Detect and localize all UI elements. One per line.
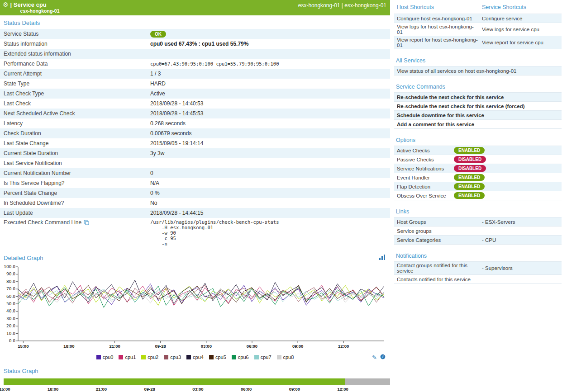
status-row: Executed Check Command Line/usr/lib/nagi… (0, 218, 390, 250)
row-label: Current Attempt (0, 71, 150, 77)
command-line-text: /usr/lib/nagios/plugins/check-bench-cpu-… (150, 219, 390, 246)
svg-text:09:00: 09:00 (292, 344, 303, 349)
service-shortcut-link[interactable]: View report for service cpu (479, 39, 562, 46)
service-commands-heading: Service Commands (394, 84, 445, 90)
legend-label: cpu8 (283, 354, 294, 360)
pencil-icon[interactable]: ✎ (372, 354, 377, 361)
row-label: Last Check (0, 100, 150, 107)
link-value: - ESX-Servers (479, 218, 562, 226)
svg-text:09-28: 09-28 (155, 344, 166, 349)
svg-text:21:00: 21:00 (109, 344, 120, 349)
status-row: Percent State Change0 % (0, 188, 390, 198)
link-label[interactable]: Service groups (394, 227, 479, 235)
legend-item: cpu1 (119, 354, 136, 360)
link-row: Contacts notified for this service (394, 275, 562, 284)
row-value: 0 % (150, 190, 390, 196)
svg-text:50.0: 50.0 (6, 302, 15, 306)
option-label[interactable]: Event Handler (394, 175, 454, 180)
option-label[interactable]: Flap Detection (394, 184, 454, 189)
legend-swatch (254, 355, 259, 359)
row-label: Check Duration (0, 130, 150, 137)
legend-swatch (277, 355, 281, 359)
gear-icon[interactable]: ⚙ (3, 1, 9, 15)
row-label: Next Scheduled Active Check (0, 110, 150, 117)
status-row: Latency0.268 seconds (0, 118, 390, 128)
status-row: Last Service Notification (0, 158, 390, 168)
host-subtitle: esx-hongkong-01 (20, 8, 60, 14)
all-services-heading: All Services (394, 57, 425, 64)
legend-label: cpu4 (193, 354, 204, 360)
bar-chart-icon[interactable] (379, 255, 386, 261)
notifications-heading: Notifications (394, 253, 427, 259)
notification-value: - Supervisors (479, 264, 562, 272)
status-axis-label: 21:00 (96, 387, 107, 392)
svg-text:40.0: 40.0 (6, 309, 15, 313)
service-command-link[interactable]: Re-schedule the next check for this serv… (394, 102, 525, 110)
status-row: Current Notification Number0 (0, 168, 390, 178)
status-row: Last Update2018/09/28 - 14:44:15 (0, 208, 390, 218)
service-command-link[interactable]: Schedule downtime for this service (394, 111, 485, 119)
status-graph-bar (4, 378, 390, 385)
status-row: Extended status information (0, 49, 390, 59)
legend-label: cpu0 (103, 354, 114, 360)
row-value: cpu0=67.43;90;95;0;100 cpu1=55.79;90;95;… (150, 61, 390, 66)
row-value: N/A (150, 180, 390, 186)
legend-label: cpu6 (238, 354, 249, 360)
status-axis-label: 06:00 (241, 387, 252, 392)
row-label: Last Service Notification (0, 160, 150, 166)
svg-text:10.0: 10.0 (6, 331, 15, 336)
row-value: 2018/09/28 - 14:45:53 (150, 110, 390, 117)
shortcut-row: View report for host esx-hongkong-01View… (394, 36, 562, 49)
row-label: Latency (0, 120, 150, 127)
status-row: Check Duration0.00679 seconds (0, 128, 390, 138)
option-label[interactable]: Passive Checks (394, 157, 454, 162)
svg-text:12:00: 12:00 (338, 344, 349, 349)
status-axis-label: 09:00 (289, 387, 300, 392)
service-shortcut-link[interactable]: Configure service (479, 15, 562, 22)
option-state-badge: ENABLED (454, 174, 485, 181)
row-value: 1 / 3 (150, 71, 390, 77)
status-axis-label: 09-28 (144, 387, 155, 392)
notification-label[interactable]: Contact groups notified for this service (394, 262, 479, 274)
service-command-link[interactable]: Add a comment for this service (394, 120, 475, 128)
legend-swatch (119, 355, 123, 359)
host-shortcut-link[interactable]: View report for host esx-hongkong-01 (394, 36, 479, 49)
host-shortcut-link[interactable]: Configure host esx-hongkong-01 (394, 15, 479, 22)
option-state-badge: ENABLED (454, 147, 485, 154)
row-label: Percent State Change (0, 190, 150, 196)
info-icon[interactable]: i (380, 354, 386, 361)
link-label[interactable]: Service Categories (394, 236, 479, 244)
legend-label: cpu5 (215, 354, 226, 360)
option-label[interactable]: Active Checks (394, 148, 454, 153)
service-command-link[interactable]: Re-schedule the next check for this serv… (394, 93, 505, 101)
row-value: 0 (150, 170, 390, 176)
svg-text:70.0: 70.0 (6, 287, 15, 291)
host-shortcut-link[interactable]: View logs for host esx-hongkong-01 (394, 23, 479, 36)
legend-item: cpu4 (186, 354, 204, 360)
row-value: 0.00679 seconds (150, 130, 390, 137)
status-row: Last State Change2015/09/05 - 19:14:14 (0, 138, 390, 148)
service-shortcut-link[interactable]: View logs for service cpu (479, 26, 562, 33)
service-command-row: Re-schedule the next check for this serv… (394, 102, 562, 111)
option-label[interactable]: Service Notifications (394, 166, 454, 171)
row-value: 2015/09/05 - 19:14:14 (150, 140, 390, 146)
link-label[interactable]: Host Groups (394, 218, 479, 226)
option-row: Service NotificationsDISABLED (394, 164, 562, 173)
page: ⚙ | Service cpu esx-hongkong-01 esx-hong… (0, 0, 562, 392)
options-section: Options Active ChecksENABLEDPassive Chec… (394, 134, 562, 200)
row-label: In Scheduled Downtime? (0, 200, 150, 206)
status-row: Service StatusOK (0, 29, 390, 39)
option-label[interactable]: Obsess Over Service (394, 193, 454, 198)
links-heading: Links (394, 208, 409, 215)
copy-command-icon[interactable] (84, 220, 89, 227)
notification-label[interactable]: Contacts notified for this service (394, 276, 479, 283)
detailed-graph-svg: 0.010.020.030.040.050.060.070.080.090.01… (1, 263, 387, 353)
row-value: 2018/09/28 - 14:44:15 (150, 210, 390, 216)
host-breadcrumb[interactable]: esx-hongkong-01 | esx-hongkong-01 (298, 1, 386, 15)
option-state-badge: ENABLED (454, 192, 485, 199)
status-graph-heading: Status Graph (0, 364, 390, 377)
notifications-section: Notifications Contact groups notified fo… (394, 250, 562, 284)
service-commands-section: Service Commands Re-schedule the next ch… (394, 80, 562, 129)
main-panel: ⚙ | Service cpu esx-hongkong-01 esx-hong… (0, 0, 390, 392)
all-services-link[interactable]: View status of all services on host esx-… (394, 67, 517, 75)
